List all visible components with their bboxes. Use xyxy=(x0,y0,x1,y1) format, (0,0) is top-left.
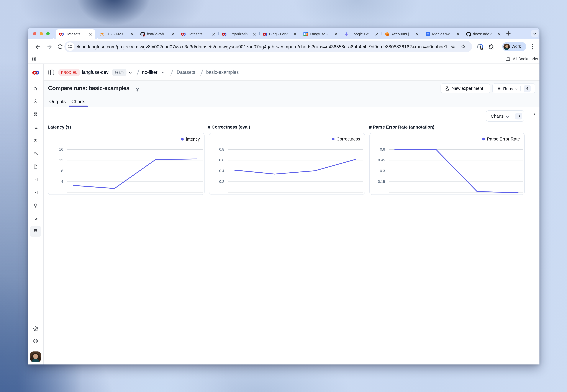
svg-text:16: 16 xyxy=(59,147,63,151)
svg-text:8: 8 xyxy=(61,169,63,173)
svg-text:0.2: 0.2 xyxy=(219,179,224,183)
svg-text:0.6: 0.6 xyxy=(380,147,385,151)
svg-text:0.6: 0.6 xyxy=(219,158,224,162)
svg-text:CO: CO xyxy=(99,32,104,36)
svg-text:latency: latency xyxy=(186,137,200,141)
svg-text:Parse Error Rate: Parse Error Rate xyxy=(487,136,520,141)
svg-text:0.45: 0.45 xyxy=(378,158,385,162)
svg-text:0.4: 0.4 xyxy=(219,169,224,173)
svg-text:0.3: 0.3 xyxy=(380,169,385,173)
svg-text:4: 4 xyxy=(61,179,63,183)
svg-text:12: 12 xyxy=(59,158,63,162)
svg-text:0.15: 0.15 xyxy=(378,179,385,183)
svg-text:0.8: 0.8 xyxy=(219,147,224,151)
svg-text:Correctness: Correctness xyxy=(336,136,360,141)
svg-text:6: 6 xyxy=(305,33,306,35)
